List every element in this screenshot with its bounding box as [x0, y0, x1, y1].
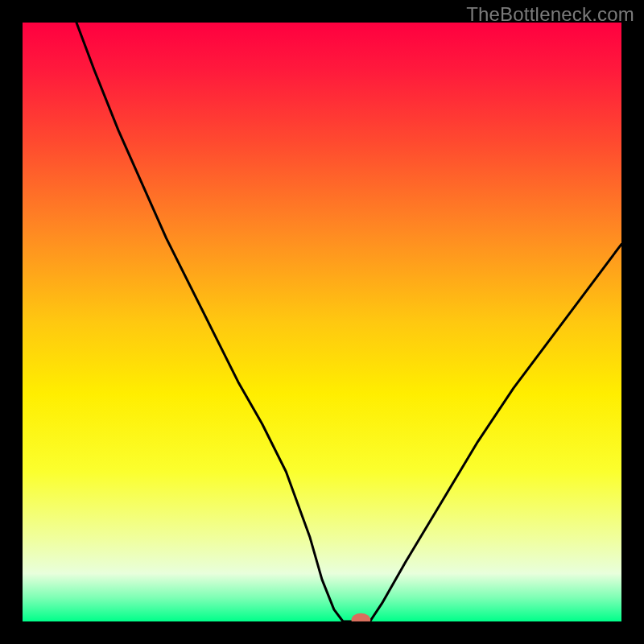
chart-container: TheBottleneck.com	[0, 0, 644, 644]
chart-svg	[23, 23, 621, 621]
watermark-text: TheBottleneck.com	[466, 3, 634, 26]
plot-area	[23, 23, 621, 621]
